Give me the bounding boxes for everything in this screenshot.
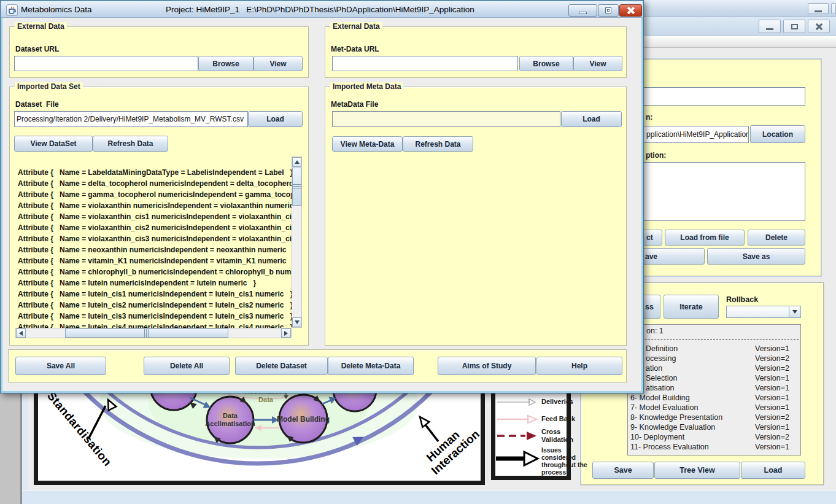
iteration-save-button[interactable]: Save bbox=[592, 462, 654, 479]
attribute-text: Attribute { Name = lutein_cis4 numericis… bbox=[18, 323, 292, 328]
attribute-row[interactable]: Attribute { Name = violaxanthin_cis1 num… bbox=[18, 211, 292, 222]
attribute-row[interactable]: Attribute { Name = violaxanthin_cis2 num… bbox=[18, 222, 292, 233]
process-step-row[interactable]: 10- DeploymentVersion=2 bbox=[627, 432, 800, 442]
background-close-button[interactable] bbox=[808, 20, 830, 33]
background-outer-minimize-button[interactable] bbox=[808, 3, 829, 14]
attribute-row[interactable]: Attribute { Name = chlorophyll_b numeric… bbox=[18, 266, 292, 277]
iterate-button[interactable]: Iterate bbox=[664, 295, 719, 319]
background-outer-edge-button[interactable] bbox=[831, 3, 836, 14]
attribute-row[interactable]: Attribute { Name = gamma_tocopherol nume… bbox=[18, 189, 292, 200]
refresh-metadata-button[interactable]: Refresh Data bbox=[403, 136, 473, 152]
attribute-text: Attribute { Name = gamma_tocopherol nume… bbox=[18, 190, 292, 199]
attribute-text: Attribute { Name = violaxanthin numerici… bbox=[18, 201, 292, 210]
process-step-row[interactable]: 6- Model BuildingVersion=1 bbox=[627, 393, 800, 403]
view-dataset-button[interactable]: View DataSet bbox=[14, 136, 93, 152]
legend-deliveries-label: Deliveries bbox=[541, 398, 573, 405]
background-minimize-button[interactable] bbox=[759, 20, 781, 33]
process-step-row[interactable]: ationVersion=2 bbox=[627, 363, 800, 373]
dialog-minimize-button[interactable] bbox=[568, 4, 597, 17]
attribute-row[interactable]: Attribute { Name = delta_tocopherol nume… bbox=[18, 178, 292, 189]
attribute-row[interactable]: Attribute { Name = violaxanthin_cis3 num… bbox=[18, 233, 292, 244]
attribute-row[interactable]: Attribute { Name = vitamin_K1 numericisI… bbox=[18, 255, 292, 266]
dialog-close-button[interactable] bbox=[619, 4, 642, 17]
process-step-row[interactable]: ocessingVersion=2 bbox=[627, 354, 800, 363]
process-steps-list: 6- Model BuildingVersion=1 7- Model Eval… bbox=[627, 393, 800, 453]
attribute-text: Attribute { Name = delta_tocopherol nume… bbox=[18, 179, 292, 188]
background-maximize-button[interactable] bbox=[783, 20, 805, 33]
attribute-row[interactable]: Attribute { Name = lutein_cis2 numericis… bbox=[18, 300, 292, 311]
scroll-right-button[interactable] bbox=[281, 328, 291, 338]
process-step-row[interactable]: 9- Knowledge EvaluationVersion=1 bbox=[627, 422, 800, 432]
delete-all-button[interactable]: Delete All bbox=[144, 357, 230, 375]
attribute-row[interactable]: Attribute { Name = lutein_cis1 numericis… bbox=[18, 289, 292, 300]
attribute-row[interactable]: Attribute { Name = lutein_cis3 numericis… bbox=[18, 311, 292, 322]
legend-issues-label-line2: considered bbox=[541, 454, 576, 461]
tree-view-button[interactable]: Tree View bbox=[654, 462, 740, 479]
process-step-row[interactable]: SelectionVersion=1 bbox=[627, 373, 800, 383]
delete-metadata-button[interactable]: Delete Meta-Data bbox=[328, 357, 414, 375]
imported-dataset-title: Imported Data Set bbox=[15, 82, 83, 91]
scroll-up-button[interactable] bbox=[292, 157, 301, 167]
horizontal-scrollbar-thumb[interactable] bbox=[65, 328, 228, 338]
dataset-load-button[interactable]: Load bbox=[248, 111, 303, 127]
thumb-grip-icon bbox=[293, 184, 301, 189]
dialog-project-path: Project: HiMet9IP_1 E:\PhD\PhD\PhDThesis… bbox=[166, 5, 474, 14]
attributes-horizontal-scrollbar[interactable] bbox=[15, 328, 292, 338]
process-step-row[interactable]: 8- Knowledge PresentationVersion=2 bbox=[627, 413, 800, 422]
attribute-text: Attribute { Name = lutein_cis2 numericis… bbox=[18, 301, 292, 309]
metdata-url-input[interactable] bbox=[332, 56, 518, 71]
attribute-row[interactable]: Attribute { Name = lutein numericisIndep… bbox=[18, 277, 292, 289]
background-window-left-border bbox=[22, 394, 28, 490]
dataset-url-view-button[interactable]: View bbox=[254, 56, 303, 71]
save-all-button[interactable]: Save All bbox=[15, 357, 106, 375]
dataset-file-input[interactable]: Processing/Iteration 2/Delivery/HiMet9IP… bbox=[14, 111, 248, 127]
load-from-file-button[interactable]: Load from file bbox=[665, 230, 745, 246]
process-step-version: Version=1 bbox=[755, 403, 789, 413]
metdata-url-browse-button[interactable]: Browse bbox=[519, 56, 573, 71]
location-field-value: pplication\HiMet9IP_Application bbox=[646, 130, 749, 139]
save-as-button[interactable]: Save as bbox=[707, 248, 805, 265]
attribute-row[interactable]: Attribute { Name = LabeldataMiningDataTy… bbox=[18, 167, 292, 178]
metdata-url-view-button[interactable]: View bbox=[573, 56, 622, 71]
process-step-row[interactable]: atisationVersion=1 bbox=[627, 383, 800, 393]
attribute-text: Attribute { Name = vitamin_K1 numericisI… bbox=[18, 257, 292, 265]
iteration-load-button[interactable]: Load bbox=[741, 462, 805, 479]
thumb-grip-icon bbox=[144, 329, 149, 338]
process-step-label: 10- Deployment bbox=[630, 433, 684, 441]
dialog-restore-button[interactable] bbox=[598, 4, 619, 17]
process-step-row[interactable]: 11- Process EvaluationVersion=1 bbox=[627, 442, 800, 452]
vertical-scrollbar-thumb[interactable] bbox=[292, 168, 301, 206]
metabolomics-data-dialog: Metabolomics Data Project: HiMet9IP_1 E:… bbox=[0, 0, 644, 394]
process-step-row[interactable]: DefinitionVersion=1 bbox=[627, 344, 800, 354]
scroll-down-button[interactable] bbox=[292, 317, 301, 327]
view-metadata-button[interactable]: View Meta-Data bbox=[332, 136, 403, 152]
process-step-version: Version=1 bbox=[755, 344, 789, 354]
legend-feedback-label: Feed Back bbox=[541, 415, 575, 422]
refresh-dataset-button[interactable]: Refresh Data bbox=[93, 136, 168, 152]
delete-project-button[interactable]: Delete bbox=[748, 230, 805, 246]
attribute-row[interactable]: Attribute { Name = neoxanthin numericisI… bbox=[18, 244, 292, 255]
scroll-up-icon bbox=[295, 160, 300, 164]
dataset-url-browse-button[interactable]: Browse bbox=[198, 56, 254, 71]
location-button[interactable]: Location bbox=[750, 125, 805, 143]
legend-issues-label-line3: throughout the bbox=[541, 461, 587, 468]
aims-of-study-button[interactable]: Aims of Study bbox=[438, 357, 536, 375]
node1-label-line1: Data bbox=[223, 412, 238, 419]
delete-dataset-button[interactable]: Delete Dataset bbox=[235, 357, 328, 375]
dataset-url-input[interactable] bbox=[14, 56, 198, 71]
dialog-titlebar[interactable]: Metabolomics Data Project: HiMet9IP_1 E:… bbox=[1, 1, 643, 18]
scroll-left-button[interactable] bbox=[16, 328, 26, 338]
process-step-version: Version=1 bbox=[755, 442, 789, 452]
metadata-load-button[interactable]: Load bbox=[561, 111, 622, 127]
attributes-vertical-scrollbar[interactable] bbox=[292, 157, 302, 328]
metadata-file-input[interactable] bbox=[332, 111, 560, 127]
help-button[interactable]: Help bbox=[536, 357, 622, 375]
feedback-arrow-icon bbox=[496, 414, 539, 425]
process-step-label: Selection bbox=[646, 374, 677, 382]
location-label: n: bbox=[646, 113, 652, 122]
attribute-row[interactable]: Attribute { Name = lutein_cis4 numericis… bbox=[18, 322, 292, 328]
rollback-dropdown[interactable] bbox=[726, 306, 801, 318]
chevron-down-icon[interactable] bbox=[789, 307, 800, 317]
process-step-row[interactable]: 7- Model EvaluationVersion=1 bbox=[627, 403, 800, 413]
attribute-row[interactable]: Attribute { Name = violaxanthin numerici… bbox=[18, 200, 292, 211]
